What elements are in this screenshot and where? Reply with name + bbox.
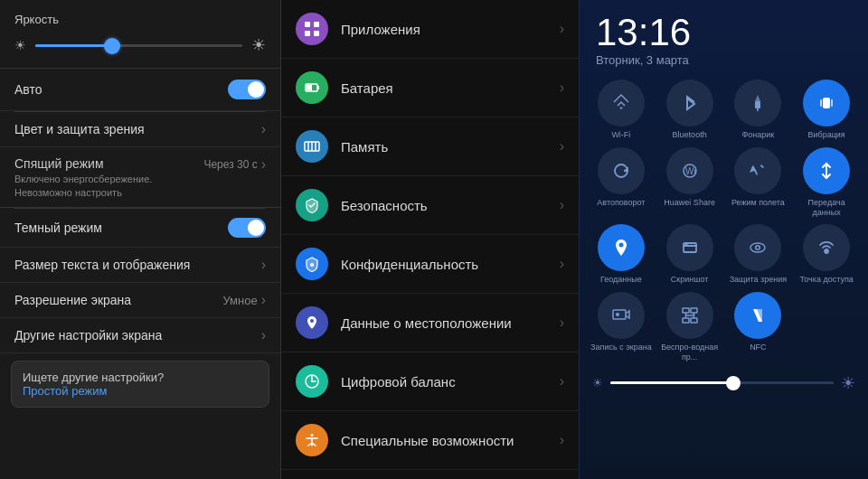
huawei-share-label: Huawei Share: [664, 198, 715, 208]
screen-record-control[interactable]: Запись с экрана: [590, 292, 652, 362]
battery-icon: [296, 71, 328, 104]
sun-large-icon: ☀: [251, 35, 266, 55]
svg-rect-36: [683, 318, 689, 323]
nfc-btn[interactable]: [734, 292, 781, 339]
bluetooth-btn[interactable]: [666, 80, 713, 127]
svg-point-11: [310, 263, 314, 267]
bottom-brightness-slider[interactable]: [610, 381, 834, 384]
svg-point-33: [616, 313, 619, 316]
nfc-label: NFC: [750, 343, 767, 352]
flashlight-control[interactable]: Фонарик: [728, 80, 789, 140]
flashlight-label: Фонарик: [741, 130, 774, 140]
geo-control[interactable]: Геоданные: [590, 224, 652, 285]
sun-small-icon: ☀: [14, 38, 26, 52]
list-item[interactable]: Батарея ›: [281, 59, 579, 117]
dark-mode-row[interactable]: Темный режим: [0, 209, 280, 248]
list-item[interactable]: Приложения ›: [281, 0, 579, 59]
battery-chevron-icon: ›: [560, 80, 564, 96]
data-transfer-btn[interactable]: [803, 147, 850, 194]
wifi-btn[interactable]: [598, 80, 645, 127]
vibration-btn[interactable]: [803, 80, 850, 127]
airplane-control[interactable]: Режим полета: [728, 147, 789, 218]
clock-date: Вторник, 3 марта: [596, 53, 852, 67]
security-chevron-icon: ›: [560, 197, 564, 213]
svg-point-16: [311, 434, 314, 437]
svg-rect-0: [305, 22, 310, 27]
wireless-btn[interactable]: [666, 292, 713, 339]
svg-point-27: [685, 244, 687, 246]
screenshot-btn[interactable]: [666, 224, 713, 271]
auto-toggle[interactable]: [228, 80, 266, 99]
list-item[interactable]: Безопасность ›: [281, 176, 579, 235]
geo-btn[interactable]: [598, 224, 645, 271]
simple-mode-link[interactable]: Простой режим: [23, 384, 258, 398]
eye-protection-control[interactable]: Защита зрения: [728, 224, 789, 285]
data-transfer-label: Передача данных: [796, 198, 857, 218]
apps-chevron-icon: ›: [560, 21, 564, 37]
color-vision-row[interactable]: Цвет и защита зрения ›: [0, 112, 280, 147]
huawei-share-control[interactable]: Wi Huawei Share: [659, 147, 721, 218]
svg-rect-35: [691, 308, 697, 313]
other-settings-row[interactable]: Другие настройки экрана ›: [0, 318, 280, 353]
memory-label: Память: [341, 139, 560, 155]
sleep-mode-label: Спящий режим: [14, 156, 152, 171]
resolution-row[interactable]: Разрешение экрана Умное ›: [0, 283, 280, 318]
airplane-btn[interactable]: [734, 147, 781, 194]
hotspot-btn[interactable]: [803, 224, 850, 271]
autorotate-btn[interactable]: [598, 147, 645, 194]
list-item[interactable]: Данные о местоположении ›: [281, 294, 579, 352]
screenshot-control[interactable]: Скриншот: [659, 224, 721, 285]
svg-text:Wi: Wi: [685, 166, 696, 176]
huawei-share-btn[interactable]: Wi: [666, 147, 713, 194]
eye-protection-btn[interactable]: [734, 224, 781, 271]
list-item[interactable]: Память ›: [281, 117, 579, 176]
sleep-mode-section[interactable]: Спящий режим Включено энергосбережение. …: [0, 147, 280, 208]
text-size-row[interactable]: Размер текста и отображения ›: [0, 248, 280, 283]
hotspot-control[interactable]: Точка доступа: [796, 224, 857, 285]
digital-balance-label: Цифровой баланс: [341, 374, 560, 390]
auto-brightness-row[interactable]: Авто: [0, 69, 280, 111]
bluetooth-control[interactable]: Bluetooth: [659, 80, 721, 140]
sleep-time: Через 30 с: [203, 158, 257, 171]
vibration-control[interactable]: Вибрация: [796, 80, 857, 140]
brightness-low-icon: ☀: [592, 376, 603, 390]
svg-rect-20: [823, 98, 830, 108]
svg-rect-37: [691, 318, 697, 323]
nfc-control[interactable]: NFC: [728, 292, 789, 362]
brightness-slider[interactable]: [35, 44, 242, 47]
bluetooth-label: Bluetooth: [673, 130, 707, 140]
screen-record-btn[interactable]: [598, 292, 645, 339]
location-chevron-icon: ›: [560, 315, 564, 331]
autorotate-control[interactable]: Автоповорот: [590, 147, 652, 218]
svg-rect-18: [755, 101, 760, 108]
apps-icon: [296, 13, 328, 45]
list-item[interactable]: Пользователи и аккаунты ›: [281, 470, 579, 479]
dark-mode-toggle[interactable]: [228, 218, 266, 238]
list-item[interactable]: Специальные возможности ›: [281, 411, 579, 470]
list-item[interactable]: Конфиденциальность ›: [281, 235, 579, 294]
geo-label: Геоданные: [600, 275, 642, 285]
data-transfer-control[interactable]: Передача данных: [796, 147, 857, 218]
digital-balance-chevron-icon: ›: [560, 373, 564, 390]
hotspot-label: Точка доступа: [799, 275, 853, 285]
svg-rect-2: [305, 31, 310, 36]
search-text: Ищете другие настройки?: [23, 371, 258, 384]
svg-point-31: [825, 249, 828, 253]
apps-label: Приложения: [341, 22, 560, 37]
brightness-section: Яркость ☀ ☀: [0, 0, 280, 69]
wireless-control[interactable]: Беспро-водная пр...: [659, 292, 721, 362]
list-item[interactable]: Цифровой баланс ›: [281, 352, 579, 411]
flashlight-btn[interactable]: [734, 80, 781, 127]
wifi-control[interactable]: Wi-Fi: [590, 80, 652, 140]
privacy-chevron-icon: ›: [560, 256, 564, 272]
screenshot-label: Скриншот: [671, 275, 709, 285]
sleep-sub2: Невозможно настроить: [14, 187, 152, 198]
other-chevron-icon: ›: [261, 327, 266, 343]
resolution-value: Умное: [222, 294, 257, 307]
brightness-label: Яркость: [14, 13, 266, 26]
svg-rect-19: [757, 108, 759, 111]
empty-control: [796, 292, 857, 362]
display-settings-panel: Яркость ☀ ☀ Авто Цвет и защита зрения › …: [0, 0, 280, 479]
security-label: Безопасность: [341, 198, 560, 213]
memory-chevron-icon: ›: [560, 138, 564, 155]
